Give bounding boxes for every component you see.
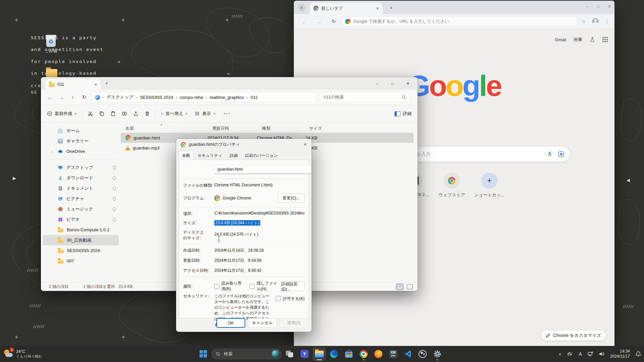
- share-button[interactable]: [130, 111, 142, 116]
- forward-button[interactable]: →: [315, 19, 323, 24]
- column-header-name[interactable]: 名前 ∧: [121, 126, 209, 131]
- explorer-search-box[interactable]: 011の検索: [320, 92, 410, 103]
- customize-chrome-button[interactable]: Chrome をカスタマイズ: [541, 330, 606, 341]
- profile-avatar-icon[interactable]: [592, 18, 599, 25]
- chrome-menu-icon[interactable]: ⋮: [605, 19, 609, 24]
- images-link[interactable]: 画像: [574, 37, 582, 43]
- notification-bell-icon[interactable]: z: [635, 351, 641, 357]
- sidebar-item-folder[interactable]: Bonzo-Compute-1.0.1: [43, 225, 119, 235]
- explorer-tab-close-icon[interactable]: ✕: [94, 82, 97, 87]
- google-apps-grid-icon[interactable]: [602, 37, 608, 42]
- delete-button[interactable]: [142, 111, 153, 116]
- back-button[interactable]: ←: [44, 95, 56, 100]
- explorer-minimize-button[interactable]: –: [369, 81, 385, 85]
- paste-button[interactable]: [107, 111, 119, 116]
- sidebar-item-onedrive[interactable]: › OneDrive: [43, 146, 119, 157]
- back-button[interactable]: ←: [300, 19, 309, 24]
- forward-button[interactable]: →: [56, 95, 67, 100]
- firefox-button[interactable]: [372, 347, 385, 361]
- sidebar-item-folder[interactable]: 007: [43, 256, 119, 266]
- unblock-checkbox[interactable]: [276, 296, 281, 301]
- vscode-button[interactable]: [401, 347, 415, 361]
- new-item-button[interactable]: 新規作成 ∨: [44, 111, 80, 117]
- cut-button[interactable]: [85, 111, 96, 116]
- settings-button[interactable]: [431, 347, 444, 361]
- breadcrumb-item[interactable]: SESSIONS 2024: [140, 95, 173, 100]
- explorer-tab[interactable]: 011 ✕: [46, 79, 101, 90]
- edge-button[interactable]: [327, 347, 341, 361]
- up-button[interactable]: ↑: [67, 95, 78, 100]
- column-header-size[interactable]: サイズ: [297, 126, 325, 131]
- breadcrumb-item[interactable]: 011: [251, 95, 258, 100]
- breadcrumb[interactable]: › デスクトップ › SESSIONS 2024 › compo-reha › …: [91, 92, 317, 103]
- breadcrumb-item[interactable]: compo-reha: [180, 95, 203, 100]
- file-name-input[interactable]: guardian.html: [214, 165, 312, 174]
- taskbar-search[interactable]: 検索: [211, 349, 282, 359]
- chrome-maximize-button[interactable]: □: [597, 4, 599, 8]
- sidebar-item-gallery[interactable]: ギャラリー: [43, 136, 119, 146]
- desktop-folder-icon[interactable]: [40, 69, 64, 77]
- explorer-close-button[interactable]: ✕: [400, 81, 416, 86]
- taskbar-clock[interactable]: 14:34 2024/11/17: [610, 349, 630, 359]
- network-icon[interactable]: [587, 351, 593, 357]
- chrome-button[interactable]: [357, 347, 370, 361]
- copy-button[interactable]: [96, 111, 107, 116]
- sidebar-item-downloads[interactable]: ダウンロード: [43, 173, 119, 183]
- gmail-link[interactable]: Gmail: [555, 37, 566, 42]
- cancel-button[interactable]: キャンセル: [248, 318, 277, 328]
- sidebar-item-pictures[interactable]: ピクチャ: [43, 193, 119, 204]
- icons-view-toggle[interactable]: [407, 284, 413, 289]
- sidebar-item-videos[interactable]: ビデオ: [43, 214, 119, 225]
- shortcut-web-store[interactable]: ウェブストア: [436, 173, 467, 198]
- expander-icon[interactable]: ›: [51, 149, 52, 154]
- voice-search-mic-icon[interactable]: [546, 151, 553, 158]
- omnibox[interactable]: Google で検索するか、URL を入力してください: [341, 16, 578, 26]
- dialog-close-button[interactable]: ✕: [304, 142, 307, 147]
- shortcut-add[interactable]: + ショートカッ...: [474, 173, 505, 198]
- details-pane-button[interactable]: 詳細: [394, 111, 412, 117]
- reload-button[interactable]: ↻: [329, 18, 338, 24]
- breadcrumb-item[interactable]: realtime_graphics: [210, 95, 244, 100]
- tray-expand-chevron[interactable]: ∧: [558, 352, 561, 356]
- ok-button[interactable]: OK: [216, 318, 245, 328]
- sidebar-item-documents[interactable]: ドキュメント: [43, 183, 119, 193]
- advanced-button[interactable]: 詳細設定(D)...: [281, 282, 305, 291]
- tab-search-button[interactable]: ∨: [298, 4, 305, 11]
- file-explorer-button[interactable]: [313, 347, 326, 361]
- view-button[interactable]: 表示 ∨: [191, 111, 219, 117]
- obs-button[interactable]: [416, 347, 429, 361]
- apply-button[interactable]: 適用(A): [279, 318, 308, 328]
- explorer-maximize-button[interactable]: □: [385, 81, 400, 85]
- readonly-checkbox[interactable]: [214, 284, 219, 289]
- microsoft-store-button[interactable]: [342, 347, 356, 361]
- tab-close-icon[interactable]: ✕: [376, 6, 379, 11]
- more-options-button[interactable]: ···: [223, 111, 231, 117]
- recycle-bin-desktop-icon[interactable]: ♻ ごみ箱: [39, 33, 63, 54]
- rename-button[interactable]: [119, 111, 130, 116]
- search-labs-flask-icon[interactable]: [590, 37, 595, 42]
- weather-widget[interactable]: 1 24°C くもり時々晴れ: [3, 349, 42, 359]
- hidden-checkbox[interactable]: [250, 284, 255, 289]
- chrome-minimize-button[interactable]: –: [586, 4, 588, 8]
- sort-button[interactable]: ↑↓ 並べ替え ∨: [157, 111, 191, 117]
- sidebar-item-folder[interactable]: SESSIONS 2024: [43, 245, 119, 256]
- xmplay-button[interactable]: XMplay: [386, 347, 400, 361]
- sidebar-item-folder-selected[interactable]: 00_広告動画: [43, 235, 119, 245]
- refresh-button[interactable]: ↻: [78, 94, 90, 100]
- column-header-type[interactable]: 種類: [259, 126, 297, 131]
- change-program-button[interactable]: 変更(C)...: [278, 193, 305, 203]
- sidebar-item-music[interactable]: ♪ ミュージック: [43, 204, 119, 214]
- column-header-modified[interactable]: 更新日時: [209, 126, 259, 131]
- chrome-close-button[interactable]: ✕: [608, 4, 611, 9]
- details-view-toggle[interactable]: [397, 284, 403, 289]
- bookmark-star-icon[interactable]: ☆: [582, 19, 586, 24]
- teams-button[interactable]: T: [298, 347, 311, 361]
- sidebar-item-desktop[interactable]: デスクトップ: [43, 162, 119, 173]
- volume-icon[interactable]: [599, 351, 605, 357]
- start-button[interactable]: [197, 347, 210, 361]
- ime-indicator[interactable]: A: [579, 351, 582, 357]
- new-tab-button[interactable]: +: [390, 5, 393, 10]
- google-lens-icon[interactable]: [558, 151, 565, 158]
- sidebar-item-home[interactable]: ホーム: [43, 125, 119, 136]
- task-view-button[interactable]: [283, 347, 297, 361]
